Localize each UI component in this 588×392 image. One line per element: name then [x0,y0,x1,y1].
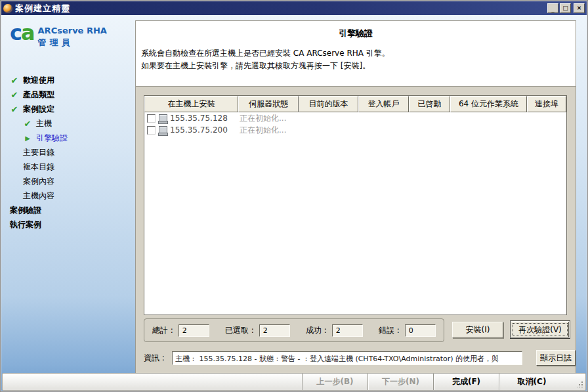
sidebar-step: ✔主機 [3,116,135,131]
column-header[interactable]: 在主機上安裝 [144,96,238,112]
next-button[interactable]: 下一步(N) [368,374,433,390]
sidebar-step: 主機內容 [3,188,135,203]
success-label: 成功 : [306,325,327,336]
back-button[interactable]: 上一步(B) [302,374,368,390]
sidebar-step: ▶引擎驗證 [3,131,135,145]
sidebar: ca ARCserve RHA 管理員 ✔歡迎使用✔產品類型✔案例設定✔主機▶引… [3,15,135,49]
sidebar-step-label: 案例設定 [23,104,54,115]
summary-groupbox: 總計 : 2 已選取 : 2 成功 : 2 錯誤 : 0 [144,318,444,342]
host-table-header: 在主機上安裝伺服器狀態目前的版本登入帳戶已啓動64 位元作業系統連接埠 [144,96,566,112]
sidebar-step: 案例驗證 [3,203,135,217]
selected-value: 2 [259,324,290,337]
host-address: 155.35.75.200 [170,125,228,135]
total-value: 2 [178,324,209,337]
ca-logo: ca [10,24,34,41]
sidebar-step: ✔案例設定 [3,102,135,116]
install-button[interactable]: 安裝(I) [452,322,503,338]
sidebar-step: ✔歡迎使用 [3,73,135,87]
window-title: 案例建立精靈 [15,3,70,14]
finish-button[interactable]: 完成(F) [433,374,499,390]
app-icon [3,4,12,13]
computer-icon [158,126,167,135]
host-table: 在主機上安裝伺服器狀態目前的版本登入帳戶已啓動64 位元作業系統連接埠 155.… [144,95,567,315]
column-header[interactable]: 伺服器狀態 [238,96,299,112]
host-checkbox[interactable] [147,114,156,123]
check-icon: ✔ [10,76,19,85]
product-name: ARCserve RHA [38,26,107,35]
minimize-button[interactable]: _ [547,3,558,13]
host-checkbox[interactable] [147,126,156,135]
sidebar-step-label: 引擎驗證 [36,133,68,144]
sidebar-step: 複本目錄 [3,160,135,174]
column-header[interactable]: 已啓動 [409,96,450,112]
wizard-window: 案例建立精靈 _ □ × ca ARCserve RHA 管理員 ✔歡迎使用✔產… [0,0,588,392]
sidebar-step: 案例內容 [3,174,135,188]
window-body: ca ARCserve RHA 管理員 ✔歡迎使用✔產品類型✔案例設定✔主機▶引… [1,15,587,391]
sidebar-step-label: 執行案例 [10,219,41,230]
host-address: 155.35.75.128 [170,114,228,123]
check-icon: ✔ [23,119,32,129]
description-line-2: 如果要在主機上安裝引擎，請先選取其核取方塊再按一下 [安裝]。 [141,60,570,72]
success-value: 2 [332,324,363,337]
sidebar-step-label: 歡迎使用 [23,75,54,86]
resize-grip[interactable] [564,374,585,390]
info-textbox[interactable]: 主機： 155.35.75.128 - 狀態：警告 - ：登入遠端主機 (CHT… [172,351,522,365]
wizard-steps: ✔歡迎使用✔產品類型✔案例設定✔主機▶引擎驗證主要目錄複本目錄案例內容主機內容案… [3,73,135,232]
info-label: 資訊 : [144,353,169,364]
sidebar-step-label: 主機內容 [23,190,54,202]
titlebar[interactable]: 案例建立精靈 _ □ × [1,1,587,15]
error-value: 0 [405,324,436,337]
work-panel: 在主機上安裝伺服器狀態目前的版本登入帳戶已啓動64 位元作業系統連接埠 155.… [135,87,576,374]
sidebar-step: 主要目錄 [3,145,135,160]
sidebar-step-label: 案例驗證 [10,205,41,216]
sidebar-step: ✔產品類型 [3,87,135,102]
maximize-button[interactable]: □ [560,3,571,13]
cancel-button[interactable]: 取消(C) [499,374,564,390]
sidebar-step-label: 案例內容 [23,176,54,187]
host-row[interactable]: 155.35.75.200正在初始化... [144,124,566,136]
sidebar-step-label: 產品類型 [23,89,54,100]
error-label: 錯誤 : [379,325,400,336]
current-step-arrow-icon: ▶ [23,135,32,142]
check-icon: ✔ [10,104,19,114]
host-table-body: 155.35.75.128正在初始化...155.35.75.200正在初始化.… [144,112,566,136]
description-panel: 引擎驗證 系統會自動檢查在所選主機上是否已經安裝 CA ARCserve RHA… [135,20,576,87]
product-role: 管理員 [38,37,107,49]
host-row[interactable]: 155.35.75.128正在初始化... [144,112,566,124]
host-status: 正在初始化... [238,125,286,136]
close-button[interactable]: × [574,3,585,13]
check-icon: ✔ [10,90,19,100]
page-title: 引擎驗證 [141,28,570,39]
sidebar-step-label: 主要目錄 [23,147,54,158]
column-header[interactable]: 目前的版本 [299,96,358,112]
footer-bar: 上一步(B) 下一步(N) 完成(F) 取消(C) [2,373,586,391]
sidebar-step-label: 主機 [36,118,52,129]
verify-again-button[interactable]: 再次驗證(V) [510,320,570,339]
selected-label: 已選取 : [225,325,254,336]
info-row: 資訊 : 主機： 155.35.75.128 - 狀態：警告 - ：登入遠端主機… [144,350,577,366]
column-header[interactable]: 登入帳戶 [358,96,409,112]
brand-logo: ca ARCserve RHA 管理員 [3,15,135,49]
description-line-1: 系統會自動檢查在所選主機上是否已經安裝 CA ARCserve RHA 引擎。 [141,47,570,60]
total-label: 總計 : [152,325,173,336]
host-status: 正在初始化... [238,113,286,124]
computer-icon [158,114,167,123]
sidebar-step-label: 複本目錄 [23,162,54,173]
show-log-button[interactable]: 顯示日誌 [536,350,576,366]
column-header[interactable]: 64 位元作業系統 [450,96,527,112]
sidebar-step: 執行案例 [3,217,135,232]
column-header[interactable]: 連接埠 [527,96,566,112]
